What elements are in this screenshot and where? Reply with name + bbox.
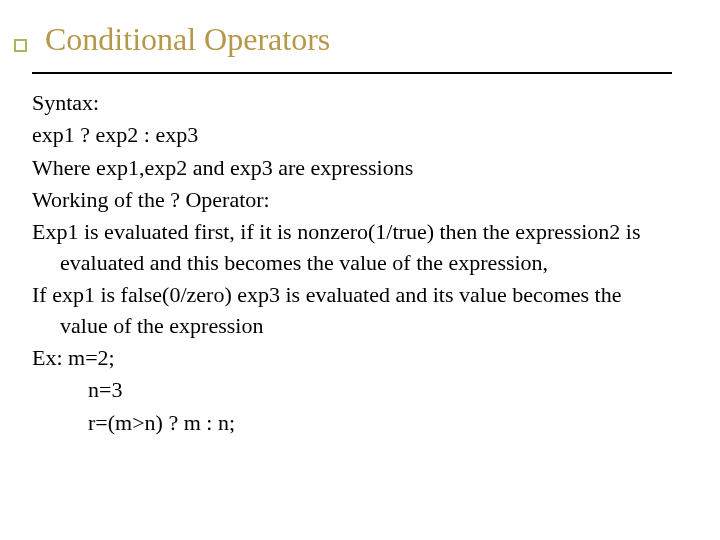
body-line: Ex: m=2;: [32, 343, 672, 373]
body-line: Where exp1,exp2 and exp3 are expressions: [32, 153, 672, 183]
body-line: Exp1 is evaluated first, if it is nonzer…: [32, 217, 672, 278]
body-line: If exp1 is false(0/zero) exp3 is evaluat…: [32, 280, 672, 341]
slide-title: Conditional Operators: [45, 22, 330, 57]
body-line: n=3: [32, 375, 672, 405]
slide: Conditional Operators Syntax: exp1 ? exp…: [0, 0, 720, 540]
body-line: r=(m>n) ? m : n;: [32, 408, 672, 438]
body-line: exp1 ? exp2 : exp3: [32, 120, 672, 150]
body-line: Syntax:: [32, 88, 672, 118]
body-line: Working of the ? Operator:: [32, 185, 672, 215]
title-underline: [32, 72, 672, 74]
square-bullet-icon: [14, 39, 27, 52]
slide-body: Syntax: exp1 ? exp2 : exp3 Where exp1,ex…: [32, 88, 672, 440]
title-row: Conditional Operators: [14, 22, 330, 57]
